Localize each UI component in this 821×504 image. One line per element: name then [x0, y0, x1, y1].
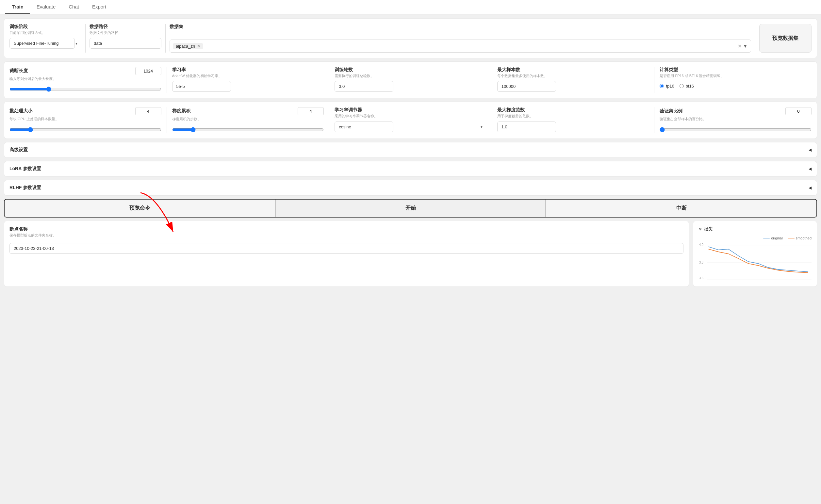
max-grad-norm-input[interactable]: [497, 122, 556, 132]
tab-export[interactable]: Export: [86, 0, 113, 14]
dataset-tag-remove[interactable]: ✕: [197, 44, 200, 48]
legend-smoothed: smoothed: [788, 236, 812, 240]
divider1: [85, 24, 86, 53]
cutoff-length-item: 截断长度 输入序列分词后的最大长度。: [9, 67, 161, 93]
divider10: [492, 107, 492, 133]
training-stage-group: 训练阶段 目前采用的训练方式。 Supervised Fine-Tuning R…: [9, 24, 81, 53]
training-stage-label: 训练阶段: [9, 24, 81, 30]
legend-smoothed-label: smoothed: [796, 236, 812, 240]
grad-accum-slider[interactable]: [172, 127, 324, 132]
chart-area: 4.0 3.8 3.6: [698, 242, 812, 281]
grad-accum-desc: 梯度累积的步数。: [172, 117, 324, 122]
val-ratio-input[interactable]: [785, 107, 812, 115]
learning-rate-item: 学习率 AdamW 优化器的初始学习率。: [172, 67, 324, 93]
max-samples-input[interactable]: [497, 81, 556, 92]
original-line: [709, 247, 808, 272]
max-samples-label: 最大样本数: [497, 67, 649, 73]
data-path-group: 数据路径 数据文件夹的路径。: [90, 24, 161, 53]
max-grad-norm-desc: 用于梯度裁剪的范数。: [497, 114, 649, 119]
compute-type-label: 计算类型: [660, 67, 812, 73]
abort-button[interactable]: 中断: [546, 200, 816, 217]
divider11: [654, 107, 654, 133]
epochs-item: 训练轮数 需要执行的训练总轮数。: [335, 67, 486, 93]
max-samples-desc: 每个数据集最多使用的样本数。: [497, 73, 649, 78]
grad-accum-slider-container: [172, 127, 324, 133]
data-path-input[interactable]: [90, 38, 161, 49]
divider8: [167, 107, 167, 133]
rlhf-section[interactable]: RLHF 参数设置 ◀: [4, 180, 817, 196]
training-stage-select[interactable]: Supervised Fine-Tuning Reward Modeling P…: [9, 38, 75, 49]
max-grad-norm-item: 最大梯度范数 用于梯度裁剪的范数。: [497, 107, 649, 133]
cutoff-value-input[interactable]: [135, 67, 161, 75]
batch-size-item: 批处理大小 每块 GPU 上处理的样本数量。: [9, 107, 161, 133]
lora-section-title: LoRA 参数设置: [9, 166, 41, 172]
preview-command-button[interactable]: 预览命令: [5, 200, 275, 217]
legend-original: original: [763, 236, 782, 240]
max-samples-item: 最大样本数 每个数据集最多使用的样本数。: [497, 67, 649, 93]
epochs-input[interactable]: [335, 81, 393, 92]
divider7: [654, 67, 654, 93]
epochs-desc: 需要执行的训练总轮数。: [335, 73, 486, 78]
fp16-label: fp16: [666, 84, 674, 89]
params-row2-card: 批处理大小 每块 GPU 上处理的样本数量。 梯度累积 梯度累积的步数。: [4, 102, 817, 138]
compute-type-item: 计算类型 是否启用 FP16 或 BF16 混合精度训练。 fp16 bf16: [660, 67, 812, 93]
compute-type-desc: 是否启用 FP16 或 BF16 混合精度训练。: [660, 73, 812, 78]
batch-size-slider[interactable]: [9, 127, 161, 132]
dataset-tag-text: alpaca_zh: [176, 44, 195, 49]
lr-scheduler-select[interactable]: cosine linear constant polynomial: [335, 122, 393, 132]
lr-scheduler-select-wrapper: cosine linear constant polynomial ▼: [335, 122, 486, 132]
training-stage-desc: 目前采用的训练方式。: [9, 30, 81, 35]
learning-rate-desc: AdamW 优化器的初始学习率。: [172, 73, 324, 78]
legend-smoothed-dot: [788, 238, 795, 238]
learning-rate-input[interactable]: [172, 81, 231, 92]
cutoff-slider[interactable]: [9, 87, 161, 92]
row1-flex: 训练阶段 目前采用的训练方式。 Supervised Fine-Tuning R…: [9, 24, 812, 53]
compute-type-radio-group: fp16 bf16: [660, 84, 812, 89]
legend-original-dot: [763, 238, 770, 238]
dataset-clear-icon[interactable]: ✕: [738, 43, 742, 49]
preview-dataset-button[interactable]: 预览数据集: [759, 24, 812, 53]
grad-accum-input[interactable]: [298, 107, 324, 115]
bf16-radio[interactable]: [680, 84, 684, 88]
advanced-section[interactable]: 高级设置 ◀: [4, 142, 817, 158]
top-nav: Train Evaluate Chat Export: [0, 0, 821, 14]
training-stage-select-wrapper: Supervised Fine-Tuning Reward Modeling P…: [9, 38, 81, 49]
fp16-radio[interactable]: [660, 84, 664, 88]
loss-chart-card: ≋ 损失 original smoothed 4.0 3.8 3.6: [693, 221, 817, 287]
max-grad-norm-label: 最大梯度范数: [497, 107, 649, 113]
loss-title: 损失: [704, 226, 713, 232]
tab-train[interactable]: Train: [5, 0, 30, 14]
rlhf-section-title: RLHF 参数设置: [9, 185, 41, 191]
row1-card: 训练阶段 目前采用的训练方式。 Supervised Fine-Tuning R…: [4, 18, 817, 58]
batch-size-input[interactable]: [135, 107, 161, 115]
val-ratio-item: 验证集比例 验证集占全部样本的百分比。: [660, 107, 812, 133]
loss-chart-svg: 4.0 3.8 3.6: [698, 242, 812, 281]
batch-size-label: 批处理大小: [9, 108, 32, 114]
lr-scheduler-label: 学习率调节器: [335, 107, 486, 113]
fp16-radio-label[interactable]: fp16: [660, 84, 674, 89]
val-ratio-label: 验证集比例: [660, 108, 682, 114]
learning-rate-label: 学习率: [172, 67, 324, 73]
val-ratio-header: 验证集比例: [660, 107, 812, 115]
dataset-dropdown-icon[interactable]: ▼: [743, 43, 747, 49]
val-ratio-slider[interactable]: [660, 127, 812, 132]
bf16-radio-label[interactable]: bf16: [680, 84, 694, 89]
divider9: [329, 107, 329, 133]
dataset-label: 数据集: [170, 24, 751, 30]
svg-text:4.0: 4.0: [699, 243, 703, 247]
tab-evaluate[interactable]: Evaluate: [30, 0, 62, 14]
lora-section[interactable]: LoRA 参数设置 ◀: [4, 161, 817, 177]
val-ratio-desc: 验证集占全部样本的百分比。: [660, 117, 812, 122]
action-buttons-container: 预览命令 开始 中断: [4, 199, 817, 218]
start-button[interactable]: 开始: [275, 200, 546, 217]
svg-text:3.6: 3.6: [699, 276, 703, 280]
batch-size-slider-container: [9, 127, 161, 133]
checkpoint-desc: 保存模型断点的文件夹名称。: [9, 233, 683, 238]
checkpoint-input[interactable]: [9, 243, 683, 254]
advanced-section-title: 高级设置: [9, 147, 28, 153]
lr-scheduler-desc: 采用的学习率调节器名称。: [335, 114, 486, 119]
dataset-group: 数据集 alpaca_zh ✕ ✕ ▼: [170, 24, 751, 53]
tab-chat[interactable]: Chat: [62, 0, 86, 14]
dataset-controls: ✕ ▼: [738, 43, 747, 49]
batch-size-header: 批处理大小: [9, 107, 161, 115]
